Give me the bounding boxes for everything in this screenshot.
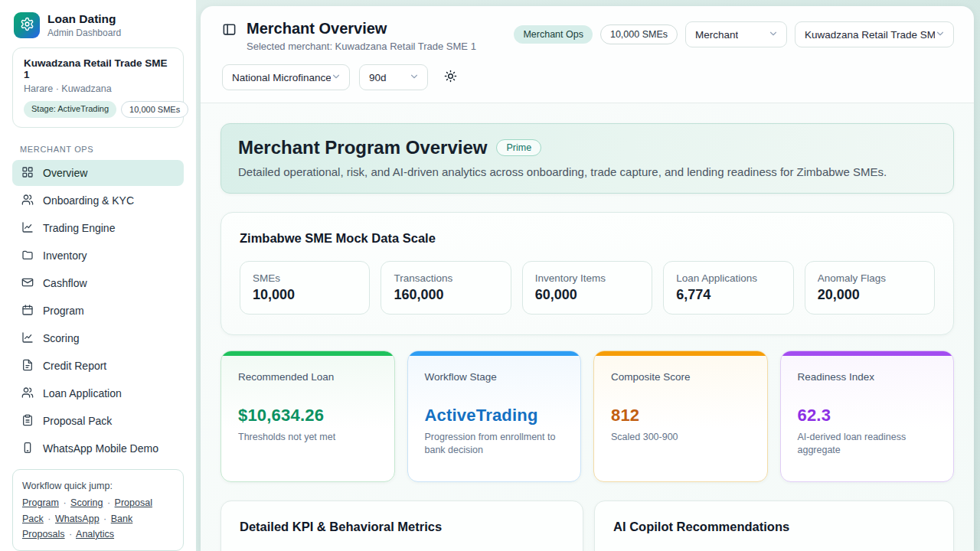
ai-copilot-panel: AI Copilot Recommendations: [594, 500, 954, 551]
bank-select-value: National Microfinance: [232, 72, 331, 83]
stat-card-loan-applications: Loan Applications 6,774: [663, 261, 793, 315]
dot-separator: ·: [107, 497, 110, 508]
sidebar-item-credit-report[interactable]: Credit Report: [12, 353, 184, 379]
sidebar-item-label: Trading Engine: [43, 222, 115, 234]
mock-data-scale-card: Zimbabwe SME Mock Data Scale SMEs 10,000…: [220, 212, 954, 335]
sidebar-item-label: Scoring: [43, 332, 79, 344]
stat-label: Transactions: [394, 272, 498, 284]
sidebar-item-cashflow[interactable]: Cashflow: [12, 270, 184, 296]
dot-separator: ·: [103, 514, 106, 524]
panel-toggle-icon[interactable]: [222, 22, 237, 40]
metric-value: 62.3: [798, 406, 937, 425]
metric-value: $10,634.26: [238, 406, 377, 425]
stat-label: Loan Applications: [676, 272, 780, 284]
date-range-value: 90d: [369, 72, 387, 83]
chart-icon: [21, 331, 34, 346]
quick-jump-link-scoring[interactable]: Scoring: [70, 497, 103, 508]
app-subtitle: Admin Dashboard: [47, 28, 121, 38]
dot-separator: ·: [47, 514, 51, 524]
app-logo: [14, 12, 40, 38]
merchant-select[interactable]: Kuwadzana Retail Trade SME 1: [795, 21, 954, 47]
metric-value: ActiveTrading: [425, 406, 564, 425]
ai-copilot-title: AI Copilot Recommendations: [613, 520, 935, 534]
sme-count-badge: 10,000 SMEs: [121, 101, 188, 118]
sidebar-item-loan-application[interactable]: Loan Application: [12, 380, 184, 406]
dot-separator: ·: [69, 529, 72, 540]
users-icon: [21, 194, 34, 208]
bank-select[interactable]: National Microfinance: [222, 64, 350, 90]
clipboard-icon: [21, 414, 34, 429]
dot-separator: ·: [63, 497, 66, 508]
stat-label: Anomaly Flags: [818, 272, 922, 284]
theme-toggle-button[interactable]: [437, 64, 463, 90]
grid-icon: [21, 166, 34, 181]
metric-card-recommended-loan: Recommended Loan $10,634.26 Thresholds n…: [220, 350, 395, 482]
banner-title: Merchant Program Overview: [238, 137, 487, 158]
sidebar: Loan Dating Admin Dashboard Kuwadzana Re…: [0, 0, 196, 551]
brand: Loan Dating Admin Dashboard: [12, 11, 184, 47]
scale-section-title: Zimbabwe SME Mock Data Scale: [240, 231, 935, 246]
sidebar-item-label: Proposal Pack: [43, 415, 112, 427]
quick-jump-link-analytics[interactable]: Analytics: [76, 529, 114, 540]
sidebar-item-onboarding-kyc[interactable]: Onboarding & KYC: [12, 187, 184, 214]
quick-jump-link-program[interactable]: Program: [22, 497, 59, 508]
sidebar-item-label: Onboarding & KYC: [43, 194, 134, 207]
sidebar-item-proposal-pack[interactable]: Proposal Pack: [12, 408, 184, 434]
users-icon: [21, 386, 34, 401]
sme-scale-badge: 10,000 SMEs: [600, 24, 678, 44]
metric-card-workflow-stage: Workflow Stage ActiveTrading Progression…: [407, 350, 582, 482]
date-range-select[interactable]: 90d: [359, 64, 428, 90]
sidebar-item-label: Credit Report: [43, 360, 106, 372]
sidebar-item-label: Cashflow: [43, 277, 87, 289]
stat-value: 20,000: [818, 287, 922, 303]
quick-jump-label: Workflow quick jump:: [22, 478, 174, 494]
metric-note: Scaled 300-900: [611, 431, 749, 444]
gear-icon: [20, 17, 34, 34]
sidebar-nav: Overview Onboarding & KYC Trading Engine…: [12, 160, 184, 463]
sidebar-item-program[interactable]: Program: [12, 298, 184, 324]
sidebar-item-label: Program: [43, 305, 84, 317]
sidebar-item-inventory[interactable]: Inventory: [12, 243, 184, 269]
metric-note: Progression from enrollment to bank deci…: [425, 431, 563, 457]
sidebar-item-label: Inventory: [43, 249, 87, 262]
scope-badge: Merchant Ops: [514, 25, 593, 44]
main-content: Merchant Program Overview Prime Detailed…: [201, 103, 974, 551]
stat-value: 6,774: [676, 287, 780, 303]
main-panel: Merchant Overview Selected merchant: Kuw…: [201, 6, 974, 551]
metric-card-readiness-index: Readiness Index 62.3 AI-derived loan rea…: [780, 350, 955, 482]
metric-label: Workflow Stage: [425, 371, 564, 383]
prime-badge: Prime: [496, 139, 541, 156]
file-icon: [21, 359, 34, 373]
metric-card-composite-score: Composite Score 812 Scaled 300-900: [593, 350, 768, 482]
stage-badge: Stage: ActiveTrading: [24, 101, 116, 118]
chart-icon: [21, 221, 34, 236]
metric-label: Readiness Index: [798, 371, 937, 383]
stat-card-inventory-items: Inventory Items 60,000: [522, 261, 652, 315]
calendar-icon: [21, 304, 34, 318]
kpi-panel-title: Detailed KPI & Behavioral Metrics: [240, 520, 564, 534]
page-title: Merchant Overview: [247, 20, 476, 37]
merchant-select-value: Kuwadzana Retail Trade SME 1: [805, 29, 935, 41]
stat-value: 10,000: [253, 287, 357, 303]
metric-label: Recommended Loan: [238, 371, 377, 383]
smartphone-icon: [21, 442, 34, 456]
metric-note: AI-derived loan readiness aggregate: [798, 431, 936, 457]
stat-card-smes: SMEs 10,000: [240, 261, 370, 315]
workflow-quick-jump: Workflow quick jump: Program · Scoring ·…: [12, 469, 184, 551]
banner-description: Detailed operational, risk, and AI-drive…: [238, 165, 936, 178]
stat-label: Inventory Items: [535, 272, 639, 284]
sidebar-item-overview[interactable]: Overview: [12, 160, 184, 186]
program-overview-banner: Merchant Program Overview Prime Detailed…: [220, 123, 954, 194]
app-title: Loan Dating: [47, 12, 121, 26]
metric-value: 812: [611, 406, 750, 425]
selected-merchant-card[interactable]: Kuwadzana Retail Trade SME 1 Harare · Ku…: [12, 47, 184, 128]
stat-value: 60,000: [535, 287, 639, 303]
sidebar-item-scoring[interactable]: Scoring: [12, 325, 184, 351]
entity-select[interactable]: Merchant: [685, 21, 787, 47]
nav-section-label: MERCHANT OPS: [20, 145, 184, 154]
sidebar-item-whatsapp-demo[interactable]: WhatsApp Mobile Demo: [12, 435, 184, 461]
quick-jump-link-whatsapp[interactable]: WhatsApp: [55, 514, 100, 524]
page-subtitle: Selected merchant: Kuwadzana Retail Trad…: [247, 41, 476, 52]
stat-value: 160,000: [394, 287, 498, 303]
sidebar-item-trading-engine[interactable]: Trading Engine: [12, 215, 184, 241]
